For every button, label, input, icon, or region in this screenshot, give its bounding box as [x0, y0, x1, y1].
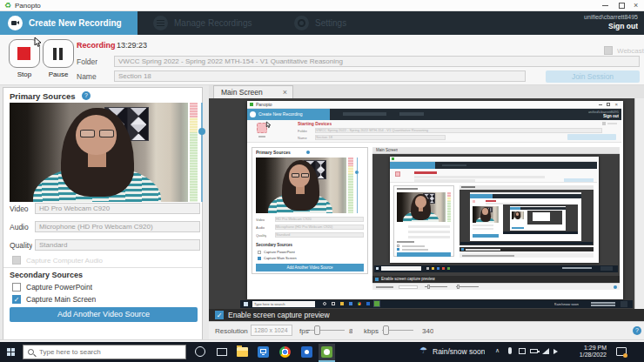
- notification-center-icon[interactable]: [616, 347, 627, 356]
- capture-main-screen-label: Capture Main Screen: [26, 295, 96, 304]
- pv-signout: Sign out: [603, 114, 619, 118]
- weather-text[interactable]: Rain/snow soon: [433, 347, 485, 356]
- window-title: Panopto: [15, 0, 41, 11]
- navbar: Create New Recording Manage Recordings S…: [0, 11, 644, 35]
- join-session-button[interactable]: Join Session: [546, 70, 640, 83]
- screen: ♻ Panopto × Create New Recording Manage …: [0, 0, 644, 362]
- pv-preview2: [372, 154, 620, 276]
- clock[interactable]: 1:29 PM 1/28/2022: [561, 345, 607, 359]
- tray-chevron-icon[interactable]: ∧: [495, 347, 500, 354]
- pv2-preview: [460, 190, 594, 245]
- primary-sources-title: Primary Sources: [10, 91, 76, 101]
- name-label: Name: [77, 72, 97, 81]
- capture-main-screen-checkbox[interactable]: [12, 295, 21, 304]
- logged-in-user: unified\cbarrett8495: [584, 14, 638, 20]
- pv-title: Panopto: [256, 102, 272, 107]
- pv-name-field: Section 18: [315, 135, 446, 140]
- blue-app-icon[interactable]: [301, 346, 312, 358]
- volume-icon[interactable]: [553, 349, 558, 354]
- panopto-taskbar-icon[interactable]: [319, 344, 335, 362]
- video-select[interactable]: HD Pro Webcam C920: [35, 203, 200, 214]
- notification-badge: [623, 353, 627, 358]
- tray-window-icon[interactable]: [519, 348, 526, 354]
- quality-select[interactable]: Standard: [35, 239, 200, 251]
- resolution-label: Resolution: [215, 327, 248, 335]
- tab-main-screen[interactable]: Main Screen ×: [213, 85, 293, 98]
- pv-resolution-bar: [372, 283, 620, 290]
- recording-timer: 13:29:23: [117, 41, 147, 50]
- pv-primary-title: Primary Sources: [256, 150, 291, 155]
- list-icon: [153, 16, 168, 30]
- pv-desktop: Panopto × Create New Recording unified\c…: [240, 100, 633, 307]
- maximize-button[interactable]: [619, 3, 625, 9]
- resolution-input[interactable]: 1280 x 1024: [251, 325, 292, 336]
- preview-scrollbar[interactable]: [634, 98, 644, 309]
- capture-help-icon[interactable]: [633, 326, 641, 335]
- file-explorer-icon[interactable]: [237, 347, 248, 357]
- pause-label: Pause: [43, 70, 74, 78]
- pause-button[interactable]: [43, 39, 74, 68]
- add-video-source-button[interactable]: Add Another Video Source: [10, 307, 198, 322]
- volume-slider-track[interactable]: [201, 103, 203, 202]
- pv2-taskbar: [374, 265, 618, 272]
- close-button[interactable]: ×: [634, 0, 638, 11]
- microphone-tray-icon[interactable]: [508, 347, 512, 354]
- record-camera-icon: [8, 16, 23, 30]
- pv-nav-active: Create New Recording: [258, 109, 303, 120]
- secondary-sources-title: Secondary Sources: [10, 271, 83, 279]
- kbps-value: 340: [422, 327, 433, 335]
- cortana-icon[interactable]: [195, 346, 205, 357]
- primary-sources-help-icon[interactable]: [82, 91, 91, 100]
- pause-bars-icon: [53, 48, 57, 60]
- capture-tabbar: Main Screen ×: [209, 85, 644, 98]
- time-text: 1:29 PM: [561, 345, 607, 352]
- sign-out-link[interactable]: Sign out: [608, 22, 638, 30]
- capture-computer-audio-label: Capture Computer Audio: [26, 257, 103, 265]
- glasses-icon: [80, 130, 95, 137]
- taskbar: ☂ Rain/snow soon ∧ 1:29 PM 1/28/2022: [0, 342, 644, 362]
- pv2-window: [390, 157, 599, 263]
- name-field[interactable]: Section 18: [114, 70, 526, 82]
- pv-webcam: [256, 158, 346, 213]
- capture-computer-audio-checkbox[interactable]: [12, 256, 21, 265]
- volume-slider-handle[interactable]: [198, 128, 205, 135]
- enable-preview-checkbox[interactable]: [215, 311, 224, 319]
- webcast-checkbox[interactable]: [604, 46, 613, 55]
- date-text: 1/28/2022: [561, 352, 607, 359]
- folder-field[interactable]: VWCC Spring 2022 - Spring 2022 MTH-154 -…: [114, 56, 640, 67]
- battery-icon[interactable]: [530, 349, 538, 353]
- pv-status: Starting Devices: [298, 121, 332, 126]
- task-view-icon[interactable]: [217, 348, 227, 356]
- pv-capture-zone: Main Screen: [372, 147, 620, 290]
- nav-create-new-recording[interactable]: Create New Recording: [0, 11, 138, 35]
- webcast-label: Webcast: [617, 47, 644, 55]
- search-input[interactable]: [39, 346, 178, 358]
- pv-join-button: [567, 134, 616, 140]
- audio-select[interactable]: Microphone (HD Pro Webcam C920): [35, 221, 200, 232]
- start-button[interactable]: [7, 348, 15, 356]
- pv2-sources: [393, 185, 454, 257]
- network-icon[interactable]: [542, 348, 549, 354]
- capture-powerpoint-checkbox[interactable]: [12, 283, 21, 292]
- kbps-slider-handle[interactable]: [383, 325, 389, 335]
- fps-label: fps: [299, 327, 309, 335]
- pv-logo-icon: [250, 103, 253, 106]
- minimize-button[interactable]: [602, 5, 608, 6]
- nav-item-label: Create New Recording: [29, 11, 122, 35]
- pv3-window: [470, 192, 581, 241]
- search-icon: [28, 349, 34, 355]
- fps-slider-handle[interactable]: [314, 325, 320, 335]
- window-titlebar: ♻ Panopto ×: [0, 0, 644, 11]
- sources-panel: Primary Sources Video HD Pro Webcam C920…: [3, 87, 203, 341]
- pv-folder-label: Folder: [298, 129, 307, 133]
- pv-tab: Main Screen: [376, 147, 398, 154]
- pv-navbar: Create New Recording unified\cbarrett849…: [247, 109, 621, 120]
- taskbar-search[interactable]: [23, 345, 186, 359]
- chrome-icon[interactable]: [279, 346, 291, 358]
- weather-icon: ☂: [419, 345, 427, 355]
- display-app-icon[interactable]: [258, 346, 269, 358]
- recording-status: Recording: [77, 41, 116, 50]
- pv-taskbar: Type here to search Rain/snow soon: [240, 300, 633, 308]
- tab-close-icon[interactable]: ×: [283, 86, 287, 98]
- pv-search: Type here to search: [252, 301, 315, 307]
